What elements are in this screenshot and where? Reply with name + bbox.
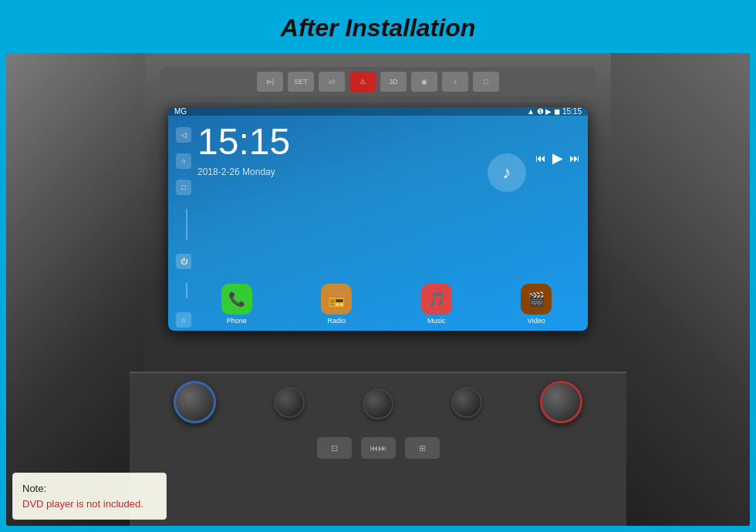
note-box: Note: DVD player is not included. (12, 473, 167, 520)
app-video-label: Video (528, 317, 545, 325)
image-container: ⊳| SET ♪◊ ⚠ 3D ◉ ♪ □ MG ▲ ❶ ▶ ◼ 15:15 (6, 53, 750, 526)
app-radio[interactable]: 📻 Radio (321, 284, 352, 325)
app-video[interactable]: 🎬 Video (521, 284, 552, 325)
page-wrapper: After Installation ⊳| SET ♪◊ ⚠ 3D ◉ ♪ □ (0, 0, 756, 532)
page-title: After Installation (281, 14, 475, 42)
bottom-btn-3[interactable]: ⊞ (405, 437, 440, 459)
knob-temp-red[interactable] (540, 381, 582, 423)
climate-controls (130, 373, 626, 431)
app-phone-icon[interactable]: 📞 (221, 284, 252, 315)
app-music[interactable]: 🎵 Music (421, 284, 452, 325)
time-display: 15:15 (197, 123, 580, 160)
header-section: After Installation (0, 0, 756, 53)
head-unit[interactable]: MG ▲ ❶ ▶ ◼ 15:15 ◁ ○ □ ⏻ ⌂ (168, 107, 588, 331)
screen-icon-back[interactable]: ◁ (176, 127, 191, 143)
dash-btn-2[interactable]: SET (288, 72, 314, 92)
dash-btn-6[interactable]: ◉ (411, 72, 437, 92)
screen-statusbar: MG ▲ ❶ ▶ ◼ 15:15 (168, 107, 588, 116)
knob-mode[interactable] (363, 389, 393, 419)
screen-icon-menu[interactable]: □ (176, 180, 191, 195)
car-interior: ⊳| SET ♪◊ ⚠ 3D ◉ ♪ □ MG ▲ ❶ ▶ ◼ 15:15 (6, 53, 750, 526)
top-button-row: ⊳| SET ♪◊ ⚠ 3D ◉ ♪ □ (160, 67, 596, 96)
status-left: MG (174, 107, 187, 116)
screen-icon-nav[interactable]: ⌂ (176, 312, 191, 328)
bottom-btn-2[interactable]: ⏮⏭ (361, 437, 396, 459)
screen-icon-home[interactable]: ○ (176, 153, 191, 169)
app-video-icon[interactable]: 🎬 (521, 284, 552, 315)
knob-fan[interactable] (274, 387, 305, 418)
app-music-label: Music (427, 317, 446, 325)
dash-btn-3[interactable]: ♪◊ (319, 72, 345, 92)
dash-btn-7[interactable]: ♪ (442, 72, 468, 92)
bottom-controls: ⊡ ⏮⏭ ⊞ (130, 372, 626, 526)
dash-btn-8[interactable]: □ (473, 72, 499, 92)
status-icons: ▲ ❶ ▶ ◼ 15:15 (527, 107, 582, 116)
play-button[interactable]: ▶ (552, 150, 563, 167)
bottom-buttons-row: ⊡ ⏮⏭ ⊞ (130, 431, 626, 465)
knob-temp-blue[interactable] (174, 381, 216, 423)
screen-icon-power[interactable]: ⏻ (176, 254, 191, 269)
note-text: DVD player is not included. (22, 497, 157, 512)
app-radio-label: Radio (327, 317, 346, 325)
app-music-icon[interactable]: 🎵 (421, 284, 452, 315)
note-prefix: Note: (22, 481, 157, 497)
media-controls: ⏮ ▶ ⏭ (535, 150, 580, 167)
music-icon-large: ♪ (488, 153, 526, 192)
bottom-btn-1[interactable]: ⊡ (317, 437, 352, 459)
dash-btn-hazard[interactable]: ⚠ (349, 72, 376, 92)
knob-ac[interactable] (451, 387, 482, 418)
dash-btn-5[interactable]: 3D (380, 72, 407, 92)
dash-btn-1[interactable]: ⊳| (257, 72, 283, 92)
app-radio-icon[interactable]: 📻 (321, 284, 352, 315)
app-phone-label: Phone (227, 317, 247, 325)
next-button[interactable]: ⏭ (569, 152, 580, 164)
prev-button[interactable]: ⏮ (535, 152, 546, 164)
app-icons-row: 📞 Phone 📻 Radio 🎵 Music 🎬 (191, 284, 582, 325)
note-highlight: DVD player is not included. (22, 498, 143, 510)
android-screen: MG ▲ ❶ ▶ ◼ 15:15 ◁ ○ □ ⏻ ⌂ (168, 107, 588, 331)
app-phone[interactable]: 📞 Phone (221, 284, 252, 325)
